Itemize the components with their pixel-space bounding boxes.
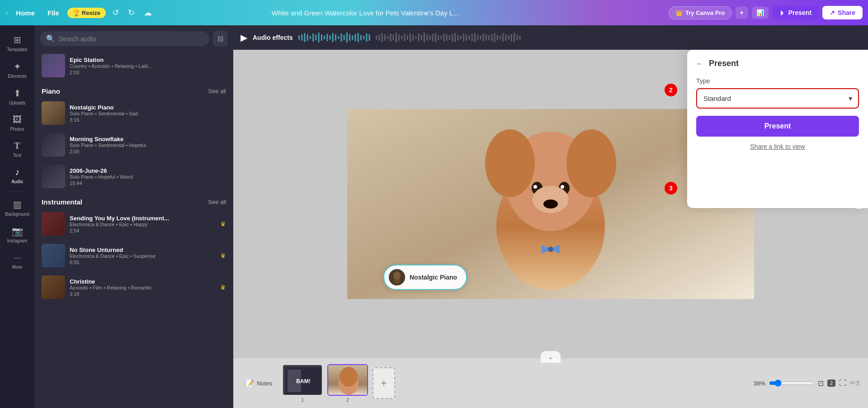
svg-point-92 [548,247,553,252]
canvas-content: Nostalgic Piano ⌄ › ← Present Type [233,50,868,358]
collapse-handle[interactable]: ⌄ [541,351,561,363]
page-2-thumbnail[interactable] [327,364,368,396]
share-link-button[interactable]: Share a link to view [696,143,859,150]
svg-rect-61 [474,33,476,42]
present-panel-title: Present [709,59,739,68]
svg-rect-6 [315,35,316,40]
plus-button[interactable]: + [736,6,748,19]
audio-item-epic-station[interactable]: Epic Station Country • Acoustic • Relaxi… [38,50,230,81]
svg-point-86 [561,185,564,189]
chevron-down-icon: ⌄ [548,353,553,361]
present-label: Present [788,9,811,16]
present-action-button[interactable]: Present [696,116,859,137]
audio-item-no-stone-unturned[interactable]: No Stone Unturned Electronica & Dance • … [38,240,230,271]
svg-point-82 [566,129,616,197]
page-1-thumbnail[interactable]: BAM! [282,364,323,396]
audio-item-2006-june-26[interactable]: 2006-June-26 Solo Piano • Hopeful • Weir… [38,161,230,192]
piano-see-all[interactable]: See all [208,88,226,95]
back-chevron-icon[interactable]: ‹ [5,9,8,17]
no-stone-unturned-crown-icon: ♛ [220,252,226,259]
undo-button[interactable]: ↺ [109,6,122,19]
svg-rect-35 [401,36,402,39]
piano-section-title: Piano [42,87,60,95]
instagram-icon: 📷 [12,226,23,237]
2006-june-26-thumbnail [42,165,65,188]
epic-station-duration: 2:03 [70,70,226,75]
fit-icon[interactable]: ⊡ [818,379,824,388]
try-canva-pro-label: Try Canva Pro [685,9,725,16]
audio-bar-label: Audio effects [253,34,293,41]
sidebar-item-text[interactable]: T Text [2,137,33,161]
present-button[interactable]: ⏵ Present [772,6,819,19]
zoom-percent: 38% [754,380,765,387]
epic-station-info: Epic Station Country • Acoustic • Relaxi… [70,57,226,75]
add-page-icon: + [381,377,387,389]
redo-button[interactable]: ↻ [125,6,137,19]
home-button[interactable]: Home [11,6,39,19]
step-2-circle: 2 [665,84,677,96]
type-select[interactable]: Standard Presenter View Autoplay [696,88,859,109]
search-input-wrap[interactable]: 🔍 [40,31,209,46]
notes-button[interactable]: 📝 Notes [241,376,277,390]
page-2-container: 2 [327,364,368,403]
instrumental-see-all[interactable]: See all [208,199,226,205]
present-panel-back-button[interactable]: ← [696,60,703,68]
audio-item-nostalgic-piano[interactable]: Nostalgic Piano Solo Piano • Sentimental… [38,98,230,128]
svg-rect-11 [329,35,330,40]
svg-rect-7 [318,33,319,43]
svg-rect-9 [324,36,325,39]
sidebar-item-label-more: More [12,265,23,270]
audio-item-christine[interactable]: Christine Acoustic • Film • Relaxing • R… [38,272,230,303]
elements-icon: ✦ [14,61,21,72]
morning-snowflake-tags: Solo Piano • Sentimental • Hopeful [70,142,226,148]
svg-rect-16 [343,35,344,40]
chart-button[interactable]: 📊 [752,6,769,19]
filter-button[interactable]: ⊟ [213,31,228,47]
fullscreen-icon[interactable]: ⛶ [839,379,846,387]
svg-rect-2 [304,33,305,42]
audio-panel: 🔍 ⊟ Epic Station Country • Acoustic • Re… [34,25,233,408]
now-playing-thumb [389,269,405,285]
sidebar-item-templates[interactable]: ⊞ Templates [2,31,33,56]
svg-rect-65 [485,34,486,41]
page-count-badge: 2 [827,380,835,387]
audio-item-sending-you-my-love[interactable]: Sending You My Love (Instrument... Elect… [38,209,230,239]
christine-info: Christine Acoustic • Film • Relaxing • R… [70,278,214,297]
svg-rect-51 [446,34,447,41]
sidebar-item-instagram[interactable]: 📷 Instagram [2,222,33,247]
nostalgic-piano-info: Nostalgic Piano Solo Piano • Sentimental… [70,104,226,123]
search-input[interactable] [59,35,203,43]
morning-snowflake-info: Morning Snowflake Solo Piano • Sentiment… [70,136,226,154]
present-panel-header: ← Present [696,59,859,68]
topbar: ‹ Home File 🏆 Resize ↺ ↻ ☁ White and Gre… [0,0,868,25]
nostalgic-piano-title: Nostalgic Piano [70,104,226,111]
text-icon: T [14,141,20,151]
sidebar-item-photos[interactable]: 🖼 Photos [2,111,33,135]
sidebar-item-uploads[interactable]: ⬆ Uploads [2,84,33,109]
svg-rect-63 [480,36,481,39]
document-title: White and Green Watercolor Love for Pets… [252,9,478,17]
svg-rect-66 [488,35,490,40]
svg-rect-67 [491,34,492,41]
sidebar-item-more[interactable]: ··· More [2,249,33,273]
add-page-button[interactable]: + [373,367,395,399]
more-icon: ··· [14,252,21,263]
svg-rect-39 [412,34,414,41]
svg-rect-20 [354,34,356,41]
share-button[interactable]: ↗ Share [822,6,863,19]
audio-item-morning-snowflake[interactable]: Morning Snowflake Solo Piano • Sentiment… [38,129,230,160]
file-button[interactable]: File [43,6,64,19]
zoom-slider[interactable] [769,380,814,387]
resize-button[interactable]: 🏆 Resize [67,8,106,18]
morning-snowflake-title: Morning Snowflake [70,136,226,142]
bottom-strip: 📝 Notes BAM! 1 [233,358,868,408]
sidebar-item-audio[interactable]: ♪ Audio [2,163,33,188]
chart-icon: 📊 [756,9,764,16]
topbar-left: ‹ Home File 🏆 Resize ↺ ↻ ☁ [5,6,155,19]
svg-point-89 [543,199,558,209]
play-button[interactable]: ▶ [241,32,247,43]
sidebar-item-elements[interactable]: ✦ Elements [2,57,33,82]
try-canva-pro-button[interactable]: 👑 Try Canva Pro [669,6,731,19]
sidebar-item-background[interactable]: ▥ Background [2,195,33,220]
sidebar-item-label-text: Text [13,153,21,158]
